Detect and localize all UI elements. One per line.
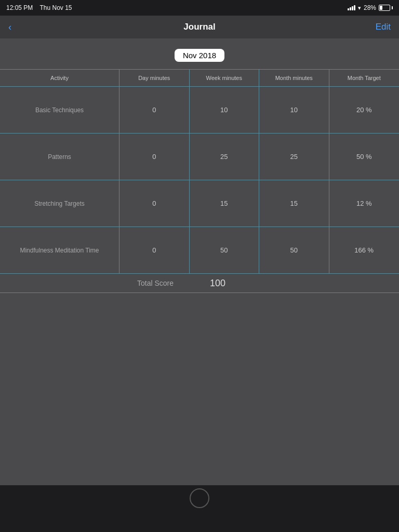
row-2-activity: Stretching Targets bbox=[0, 180, 119, 227]
row-1-target: 50 % bbox=[329, 134, 400, 180]
back-chevron-icon: ‹ bbox=[8, 22, 11, 33]
home-indicator-area bbox=[0, 485, 399, 511]
total-score-label: Total Score bbox=[137, 279, 174, 287]
row-1-week: 25 bbox=[190, 134, 260, 180]
row-0-target: 20 % bbox=[329, 87, 400, 133]
date-picker[interactable]: Nov 2018 bbox=[175, 49, 224, 62]
row-3-activity: Mindfulness Meditation Time bbox=[0, 227, 119, 273]
col-header-month: Month minutes bbox=[259, 70, 329, 86]
table-row: Patterns 0 25 25 50 % bbox=[0, 134, 399, 180]
row-2-month: 15 bbox=[259, 180, 329, 227]
status-date: Thu Nov 15 bbox=[40, 4, 72, 11]
signal-icon bbox=[348, 5, 355, 10]
empty-area bbox=[0, 293, 399, 485]
total-score-value: 100 bbox=[210, 278, 225, 289]
row-2-target: 12 % bbox=[329, 180, 400, 227]
row-0-activity: Basic Techniques bbox=[0, 87, 119, 133]
status-indicators: ▾ 28% bbox=[348, 4, 393, 11]
date-picker-row: Nov 2018 bbox=[0, 45, 399, 69]
row-3-target: 166 % bbox=[329, 227, 400, 273]
row-0-day: 0 bbox=[119, 87, 190, 133]
row-2-day: 0 bbox=[119, 180, 190, 227]
col-header-activity: Activity bbox=[0, 70, 119, 86]
row-1-activity: Patterns bbox=[0, 134, 119, 180]
row-0-month: 10 bbox=[259, 87, 329, 133]
row-0-week: 10 bbox=[190, 87, 260, 133]
row-3-month: 50 bbox=[259, 227, 329, 273]
col-header-week: Week minutes bbox=[190, 70, 260, 86]
row-1-day: 0 bbox=[119, 134, 190, 180]
battery-percent: 28% bbox=[364, 4, 376, 11]
table-row: Stretching Targets 0 15 15 12 % bbox=[0, 180, 399, 227]
home-button[interactable] bbox=[190, 488, 209, 508]
status-time: 12:05 PM bbox=[6, 4, 33, 11]
table-row: Basic Techniques 0 10 10 20 % bbox=[0, 87, 399, 134]
back-button[interactable]: ‹ bbox=[8, 22, 11, 33]
table-row: Mindfulness Meditation Time 0 50 50 166 … bbox=[0, 227, 399, 274]
battery-icon bbox=[379, 5, 393, 11]
nav-bar: ‹ Journal Edit bbox=[0, 16, 399, 38]
page-title: Journal bbox=[183, 22, 215, 32]
table-header: Activity Day minutes Week minutes Month … bbox=[0, 70, 399, 87]
col-header-day: Day minutes bbox=[119, 70, 190, 86]
row-2-week: 15 bbox=[190, 180, 260, 227]
row-1-month: 25 bbox=[259, 134, 329, 180]
main-content: Nov 2018 Activity Day minutes Week minut… bbox=[0, 38, 399, 485]
wifi-icon: ▾ bbox=[358, 5, 361, 11]
edit-button[interactable]: Edit bbox=[376, 22, 391, 32]
total-score-row: Total Score 100 bbox=[0, 274, 399, 293]
status-bar: 12:05 PM Thu Nov 15 ▾ 28% bbox=[0, 0, 399, 16]
col-header-target: Month Target bbox=[329, 70, 400, 86]
journal-table: Activity Day minutes Week minutes Month … bbox=[0, 69, 399, 293]
row-3-week: 50 bbox=[190, 227, 260, 273]
status-time-date: 12:05 PM Thu Nov 15 bbox=[6, 4, 72, 11]
row-3-day: 0 bbox=[119, 227, 190, 273]
